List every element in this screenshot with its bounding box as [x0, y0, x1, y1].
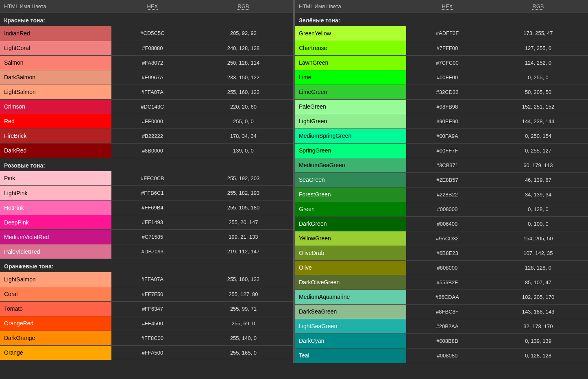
color-name-cell: DarkRed: [0, 143, 111, 158]
color-rgb-cell: 255, 192, 203: [194, 171, 293, 186]
color-rgb-cell: 0, 128, 0: [488, 202, 588, 216]
section-title: Красные тона:: [0, 13, 293, 26]
table-row: PaleVioletRed#DB7093219, 112, 147: [0, 244, 293, 259]
color-name-cell: Pink: [0, 171, 111, 186]
color-rgb-cell: 152, 251, 152: [488, 99, 588, 114]
color-rgb-cell: 233, 150, 122: [194, 70, 293, 85]
color-name-cell: DeepPink: [0, 215, 111, 230]
color-hex-cell: #FFA07A: [111, 272, 194, 287]
color-rgb-cell: 46, 139, 87: [488, 172, 588, 187]
color-rgb-cell: 144, 238, 144: [488, 114, 588, 129]
color-hex-cell: #00FF7F: [406, 143, 488, 158]
table-row: Red#FF0000255, 0, 0: [0, 114, 293, 129]
color-hex-cell: #FFB6C1: [111, 186, 194, 200]
table-row: Teal#008080 0, 128, 128: [295, 348, 588, 363]
table-row: Green#008000 0, 128, 0: [295, 202, 588, 216]
color-rgb-cell: 255, 165, 0: [194, 345, 293, 360]
color-hex-cell: #B22222: [111, 129, 194, 143]
color-rgb-cell: 0, 250, 154: [488, 129, 588, 143]
color-rgb-cell: 250, 128, 114: [194, 55, 293, 70]
table-row: Coral#FF7F50255, 127, 80: [0, 287, 293, 301]
color-hex-cell: #7CFC00: [406, 55, 488, 70]
table-row: Tomato#FF6347255, 99, 71: [0, 301, 293, 316]
color-name-cell: Olive: [295, 260, 406, 275]
table-row: Crimson#DC143C220, 20, 60: [0, 99, 293, 114]
color-hex-cell: #FFA07A: [111, 85, 194, 99]
color-rgb-cell: 205, 92, 92: [194, 26, 293, 41]
table-row: Salmon#FA8072250, 128, 114: [0, 55, 293, 70]
color-rgb-cell: 255, 20, 147: [194, 215, 293, 230]
color-rgb-cell: 255, 140, 0: [194, 331, 293, 345]
table-row: IndianRed#CD5C5C205, 92, 92: [0, 26, 293, 41]
color-name-cell: MediumAquamarine: [295, 290, 406, 304]
color-name-cell: LightCoral: [0, 41, 111, 55]
col-header-2: RGB: [194, 0, 293, 13]
color-rgb-cell: 32, 178, 170: [488, 319, 588, 333]
color-hex-cell: #FF7F50: [111, 287, 194, 301]
color-name-cell: LightGreen: [295, 114, 406, 129]
table-row: DarkSeaGreen#8FBC8F143, 188, 143: [295, 304, 588, 319]
color-hex-cell: #C71585: [111, 230, 194, 244]
color-rgb-cell: 240, 128, 128: [194, 41, 293, 55]
table-row: FireBrick#B22222178, 34, 34: [0, 129, 293, 143]
table-row: LimeGreen#32CD32 50, 205, 50: [295, 85, 588, 99]
color-rgb-cell: 139, 0, 0: [194, 143, 293, 158]
color-name-cell: LightSalmon: [0, 272, 111, 287]
table-row: GreenYellow#ADFF2F173, 255, 47: [295, 26, 588, 41]
color-hex-cell: #3CB371: [406, 158, 488, 172]
col-header-0: HTML Имя Цвета: [0, 0, 111, 13]
color-rgb-cell: 0, 255, 0: [488, 70, 588, 85]
col-header-1: HEX: [406, 0, 488, 13]
color-name-cell: YellowGreen: [295, 231, 406, 246]
color-hex-cell: #98FB98: [406, 99, 488, 114]
color-rgb-cell: 124, 252, 0: [488, 55, 588, 70]
color-name-cell: Tomato: [0, 301, 111, 316]
color-hex-cell: #008B8B: [406, 333, 488, 348]
color-rgb-cell: 178, 34, 34: [194, 129, 293, 143]
color-rgb-cell: 255, 69, 0: [194, 316, 293, 331]
table-row: Orange#FFA500255, 165, 0: [0, 345, 293, 360]
color-rgb-cell: 0, 128, 128: [488, 348, 588, 363]
table-row: DarkCyan#008B8B 0, 139, 139: [295, 333, 588, 348]
color-hex-cell: #F08080: [111, 41, 194, 55]
color-rgb-cell: 107, 142, 35: [488, 246, 588, 260]
color-hex-cell: #2E8B57: [406, 172, 488, 187]
color-name-cell: HotPink: [0, 200, 111, 215]
color-rgb-cell: 85, 107, 47: [488, 275, 588, 290]
color-hex-cell: #7FFF00: [406, 41, 488, 55]
color-hex-cell: #DB7093: [111, 244, 194, 259]
color-hex-cell: #008000: [406, 202, 488, 216]
color-hex-cell: #FF69B4: [111, 200, 194, 215]
color-name-cell: DarkGreen: [295, 216, 406, 231]
table-row: Olive#808000128, 128, 0: [295, 260, 588, 275]
color-name-cell: OliveDrab: [295, 246, 406, 260]
table-row: DeepPink#FF1493255, 20, 147: [0, 215, 293, 230]
color-name-cell: Red: [0, 114, 111, 129]
table-row: SeaGreen#2E8B57 46, 139, 87: [295, 172, 588, 187]
main-container: HTML Имя ЦветаHEXRGBКрасные тона:IndianR…: [0, 0, 588, 363]
color-hex-cell: #FFA500: [111, 345, 194, 360]
color-name-cell: Lime: [295, 70, 406, 85]
color-hex-cell: #808000: [406, 260, 488, 275]
color-name-cell: DarkCyan: [295, 333, 406, 348]
table-row: HotPink#FF69B4255, 105, 180: [0, 200, 293, 215]
color-rgb-cell: 220, 20, 60: [194, 99, 293, 114]
color-rgb-cell: 60, 179, 113: [488, 158, 588, 172]
table-row: MediumSpringGreen#00FA9A 0, 250, 154: [295, 129, 588, 143]
color-hex-cell: #FF6347: [111, 301, 194, 316]
color-rgb-cell: 143, 188, 143: [488, 304, 588, 319]
table-row: YellowGreen#9ACD32154, 205, 50: [295, 231, 588, 246]
color-name-cell: LimeGreen: [295, 85, 406, 99]
color-hex-cell: #228B22: [406, 187, 488, 202]
table-row: MediumSeaGreen#3CB371 60, 179, 113: [295, 158, 588, 172]
color-rgb-cell: 34, 139, 34: [488, 187, 588, 202]
color-hex-cell: #FF1493: [111, 215, 194, 230]
color-name-cell: FireBrick: [0, 129, 111, 143]
color-hex-cell: #CD5C5C: [111, 26, 194, 41]
color-name-cell: Orange: [0, 345, 111, 360]
color-rgb-cell: 255, 127, 80: [194, 287, 293, 301]
table-row: Lime#00FF00 0, 255, 0: [295, 70, 588, 85]
table-row: SpringGreen#00FF7F 0, 255, 127: [295, 143, 588, 158]
color-hex-cell: #20B2AA: [406, 319, 488, 333]
table-row: Pink#FFC0CB255, 192, 203: [0, 171, 293, 186]
